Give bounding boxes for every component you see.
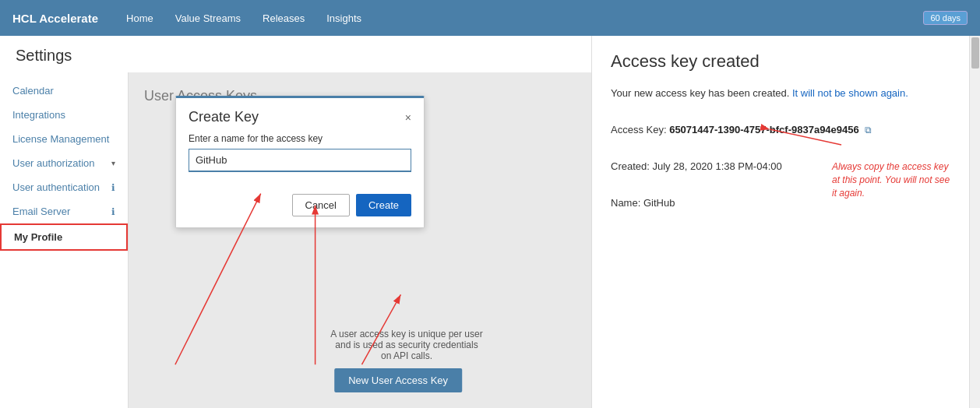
sidebar-item-user-auth[interactable]: User authorization ▾: [0, 151, 128, 175]
info-icon-email: ℹ: [111, 206, 115, 217]
cancel-button[interactable]: Cancel: [292, 194, 350, 216]
modal-body: Enter a name for the access key: [176, 133, 424, 185]
bottom-description: A user access key is unique per user and…: [329, 329, 485, 361]
main-layout: Settings Calendar Integrations License M…: [0, 36, 980, 408]
trial-badge: 60 days: [923, 11, 968, 25]
sidebar-item-calendar[interactable]: Calendar: [0, 79, 128, 103]
right-panel: Access key created Your new access key h…: [592, 36, 980, 408]
right-panel-title: Access key created: [611, 51, 961, 72]
modal-title: Create Key: [189, 109, 259, 125]
access-key-name-input[interactable]: [189, 149, 411, 172]
modal-footer: Cancel Create: [176, 185, 424, 227]
sidebar-item-user-authentication[interactable]: User authentication ℹ: [0, 175, 128, 199]
modal-input-label: Enter a name for the access key: [189, 133, 411, 144]
sidebar-item-email-server[interactable]: Email Server ℹ: [0, 199, 128, 223]
modal-header: Create Key ×: [176, 98, 424, 133]
scrollbar-thumb[interactable]: [971, 37, 979, 69]
settings-title: Settings: [0, 36, 591, 72]
sidebar-item-integrations[interactable]: Integrations: [0, 103, 128, 127]
nav-home[interactable]: Home: [117, 9, 163, 27]
close-icon[interactable]: ×: [405, 111, 411, 124]
nav-value-streams[interactable]: Value Streams: [166, 9, 250, 27]
scrollbar[interactable]: [969, 36, 980, 408]
nav-releases[interactable]: Releases: [253, 9, 314, 27]
nav-insights[interactable]: Insights: [317, 9, 371, 27]
create-key-modal: Create Key × Enter a name for the access…: [175, 96, 425, 228]
settings-panel: Settings Calendar Integrations License M…: [0, 36, 592, 408]
settings-body: Calendar Integrations License Management…: [0, 72, 591, 408]
access-key-created-msg: Your new access key has been created. It…: [611, 84, 961, 102]
new-user-access-key-button[interactable]: New User Access Key: [334, 368, 462, 392]
nav-items: Home Value Streams Releases Insights: [117, 9, 923, 27]
create-button[interactable]: Create: [356, 194, 411, 216]
access-key-row: Access Key: 65071447-1390-4757-bfcf-9837…: [611, 121, 961, 139]
sidebar: Calendar Integrations License Management…: [0, 72, 129, 408]
chevron-down-icon: ▾: [111, 159, 115, 167]
sidebar-item-license[interactable]: License Management: [0, 127, 128, 151]
annotation-text: Always copy the access key at this point…: [832, 160, 957, 199]
access-key-value: 65071447-1390-4757-bfcf-9837a94e9456: [669, 124, 859, 135]
content-area: User Access Keys Create Key × Enter a na…: [129, 72, 591, 408]
info-icon: ℹ: [111, 182, 115, 193]
sidebar-item-my-profile[interactable]: My Profile: [0, 223, 128, 251]
brand-logo: HCL Accelerate: [12, 12, 98, 25]
copy-icon[interactable]: ⧉: [865, 125, 872, 135]
top-nav: HCL Accelerate Home Value Streams Releas…: [0, 0, 980, 36]
